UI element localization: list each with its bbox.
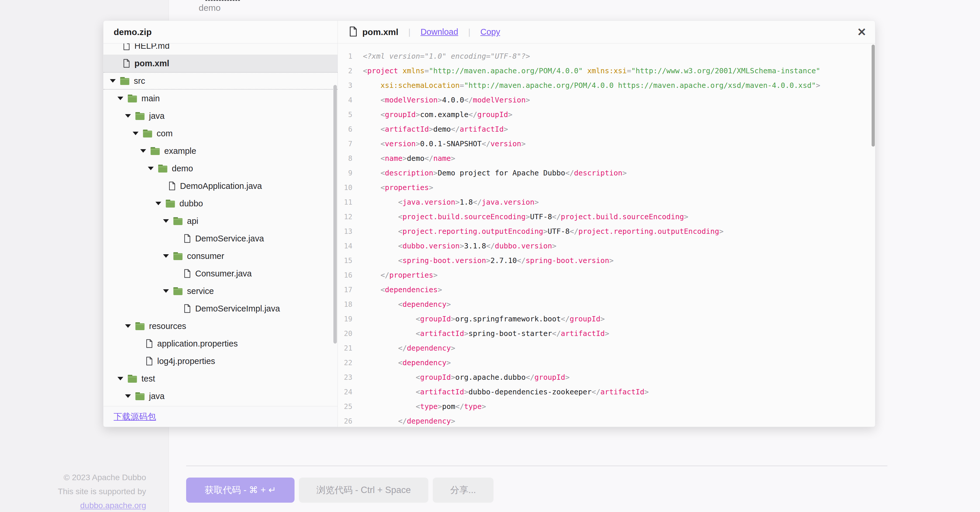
file-icon [183,304,191,313]
tree-item-example[interactable]: example [103,142,337,160]
header-separator: | [408,27,410,37]
chevron-down-icon[interactable] [125,114,131,117]
chevron-down-icon[interactable] [163,219,169,223]
code-line-text: xsi:schemaLocation="http://maven.apache.… [352,78,820,93]
chevron-down-icon[interactable] [163,289,169,293]
code-line-text: <properties> [352,181,433,195]
code-line-text: <artifactId>dubbo-dependencies-zookeeper… [352,385,649,399]
tree-item-demo[interactable]: demo [103,160,337,177]
tree-item-test[interactable]: test [103,370,337,387]
tree-item-label: DemoApplication.java [180,181,262,191]
tree-footer: 下载源码包 [103,406,337,427]
tree-item-label: resources [149,322,186,331]
chevron-down-icon[interactable] [118,377,123,380]
tree-item-dubbo[interactable]: dubbo [103,195,337,212]
folder-icon [173,217,183,225]
code-line: 23 <groupId>org.apache.dubbo</groupId> [338,370,875,385]
tree-item-consumer[interactable]: consumer [103,247,337,265]
tree-item-resources[interactable]: resources [103,317,337,335]
tree-item-help-md[interactable]: HELP.md [103,43,337,55]
tree-item-com[interactable]: com [103,125,337,142]
code-line-text: <type>pom</type> [352,399,486,414]
tree-item-label: com [157,129,173,138]
file-icon [123,59,130,68]
code-line: 25 <type>pom</type> [338,399,875,414]
folder-icon [173,287,183,295]
close-icon[interactable]: ✕ [857,27,866,38]
code-line: 26 </dependency> [338,414,875,427]
line-number: 5 [338,108,352,122]
code-line-text: </properties> [352,268,438,282]
tree-item-main[interactable]: main [103,90,337,107]
tree-item-label: consumer [187,251,224,261]
tree-item-pom-xml[interactable]: pom.xml [103,55,337,72]
file-icon [183,234,191,243]
chevron-down-icon[interactable] [118,97,123,100]
file-tree: HELP.mdpom.xmlsrcmainjavacomexampledemoD… [103,43,337,405]
code-line: 6 <artifactId>demo</artifactId> [338,122,875,136]
line-number: 10 [338,181,352,195]
tree-item-java[interactable]: java [103,387,337,405]
file-icon [123,43,130,51]
line-number: 14 [338,239,352,254]
chevron-down-icon[interactable] [140,149,146,153]
tree-item-java[interactable]: java [103,107,337,125]
code-line-text: <groupId>com.example</groupId> [352,108,512,122]
copy-link[interactable]: Copy [480,27,500,37]
code-line: 2<project xmlns="http://maven.apache.org… [338,63,875,78]
chevron-down-icon[interactable] [156,202,161,205]
get-code-button[interactable]: 获取代码 - ⌘ + ↵ [186,477,294,502]
code-line: 10 <properties> [338,181,875,195]
folder-icon [135,112,145,120]
line-number: 26 [338,414,352,427]
chevron-down-icon[interactable] [125,324,131,328]
line-number: 12 [338,209,352,224]
download-source-link[interactable]: 下载源码包 [114,411,156,423]
tree-item-consumer-java[interactable]: Consumer.java [103,265,337,282]
tree-item-demoservice-java[interactable]: DemoService.java [103,230,337,247]
code-line: 24 <artifactId>dubbo-dependencies-zookee… [338,385,875,399]
tree-item-label: pom.xml [134,59,169,68]
code-line: 21 </dependency> [338,341,875,355]
code-line: 9 <description>Demo project for Apache D… [338,166,875,181]
chevron-down-icon[interactable] [163,254,169,258]
code-line-text: </dependency> [352,341,455,355]
clipped-form-underline [205,0,240,1]
tree-item-service[interactable]: service [103,282,337,300]
line-number: 23 [338,370,352,385]
share-button[interactable]: 分享... [433,477,493,502]
line-number: 24 [338,385,352,399]
tree-item-api[interactable]: api [103,212,337,230]
tree-scrollbar-thumb[interactable] [333,85,337,344]
file-icon [183,269,191,278]
line-number: 1 [338,49,352,63]
tree-item-demoapplication-java[interactable]: DemoApplication.java [103,177,337,195]
chevron-down-icon[interactable] [125,395,131,398]
line-number: 22 [338,355,352,370]
tree-item-label: Consumer.java [195,269,251,279]
chevron-down-icon[interactable] [110,79,116,82]
tree-item-label: application.properties [157,339,238,349]
code-line: 14 <dubbo.version>3.1.8</dubbo.version> [338,239,875,254]
line-number: 6 [338,122,352,136]
download-link[interactable]: Download [420,27,458,37]
line-number: 17 [338,282,352,297]
code-line-text: <version>0.0.1-SNAPSHOT</version> [352,136,526,151]
tree-item-label: demo [172,164,193,173]
tree-item-label: example [164,146,196,156]
tree-item-application-properties[interactable]: application.properties [103,335,337,352]
dubbo-site-link[interactable]: dubbo.apache.org [80,501,146,510]
tree-item-label: service [187,286,214,296]
footer-divider [186,466,888,466]
code-scrollbar-thumb[interactable] [872,44,875,147]
chevron-down-icon[interactable] [133,132,138,135]
tree-item-demoserviceimpl-java[interactable]: DemoServiceImpl.java [103,300,337,317]
tree-item-log4j-properties[interactable]: log4j.properties [103,352,337,370]
browse-code-button[interactable]: 浏览代码 - Ctrl + Space [299,477,428,502]
file-tree-panel: HELP.mdpom.xmlsrcmainjavacomexampledemoD… [103,43,338,427]
tree-item-src[interactable]: src [103,72,337,90]
folder-icon [150,147,160,155]
chevron-down-icon[interactable] [148,167,154,170]
file-icon [145,357,153,366]
code-line: 5 <groupId>com.example</groupId> [338,108,875,122]
